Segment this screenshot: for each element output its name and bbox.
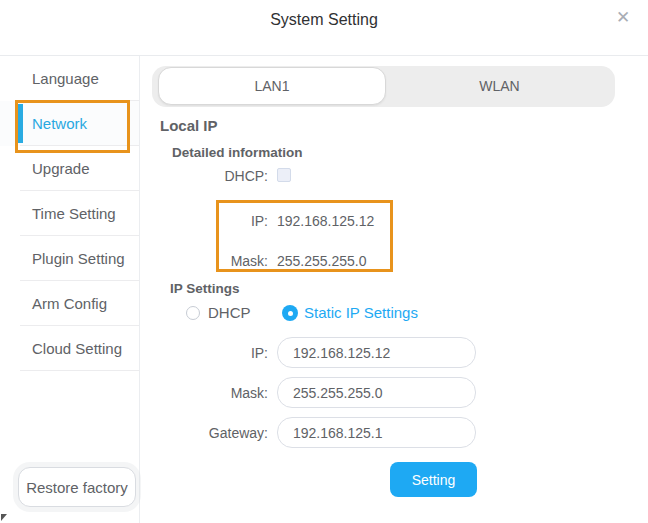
sidebar-item-arm-config[interactable]: Arm Config [0,281,139,326]
setting-submit-button[interactable]: Setting [390,462,477,497]
mask-info-value: 255.255.255.0 [277,253,367,269]
sidebar-item-label: Language [32,70,99,87]
dhcp-radio[interactable] [186,306,200,320]
ip-info-label: IP: [141,213,268,229]
sidebar-item-time-setting[interactable]: Time Setting [0,191,139,236]
sidebar-item-label: Arm Config [32,295,107,312]
dialog-title: System Setting [0,11,648,29]
ip-mode-radio-group: DHCP Static IP Settings [141,305,648,321]
close-icon[interactable]: ✕ [609,4,637,32]
ip-field-row: IP: [141,337,476,368]
restore-factory-button[interactable]: Restore factory [18,467,136,507]
sidebar-item-upgrade[interactable]: Upgrade [0,146,139,191]
sidebar: Language Network Upgrade Time Setting Pl… [0,56,140,523]
tab-wlan[interactable]: WLAN [384,66,615,107]
mask-field-label: Mask: [141,385,268,401]
system-setting-dialog: System Setting ✕ Language Network Upgrad… [0,0,648,523]
static-ip-radio-label[interactable]: Static IP Settings [304,305,418,321]
ip-settings-heading: IP Settings [170,281,240,296]
gateway-input[interactable] [277,417,476,448]
sidebar-item-label: Network [32,115,87,132]
sidebar-item-label: Cloud Setting [32,340,122,357]
ip-field-label: IP: [141,345,268,361]
mask-input[interactable] [277,377,476,408]
dhcp-status-label: DHCP: [141,168,268,184]
sidebar-item-network[interactable]: Network [0,101,139,146]
static-ip-radio[interactable] [282,305,298,321]
sidebar-item-plugin-setting[interactable]: Plugin Setting [0,236,139,281]
active-indicator-bar [18,104,23,143]
sidebar-item-language[interactable]: Language [0,56,139,101]
network-panel: WLAN LAN1 Local IP Detailed information … [141,56,648,523]
sidebar-item-label: Time Setting [32,205,116,222]
dhcp-checkbox[interactable] [277,168,291,182]
sidebar-item-label: Plugin Setting [32,250,125,267]
ip-input[interactable] [277,337,476,368]
mask-field-row: Mask: [141,377,476,408]
cursor-artifact [1,514,7,521]
gateway-field-row: Gateway: [141,417,476,448]
tab-bar: WLAN LAN1 [152,66,615,107]
sidebar-item-label: Upgrade [32,160,90,177]
gateway-field-label: Gateway: [141,425,268,441]
local-ip-heading: Local IP [160,117,218,134]
mask-info-label: Mask: [141,253,268,269]
ip-info-value: 192.168.125.12 [277,213,374,229]
tab-lan1[interactable]: LAN1 [158,67,386,105]
dhcp-radio-label[interactable]: DHCP [208,305,251,321]
sidebar-item-cloud-setting[interactable]: Cloud Setting [0,326,139,371]
detailed-information-heading: Detailed information [172,145,303,160]
